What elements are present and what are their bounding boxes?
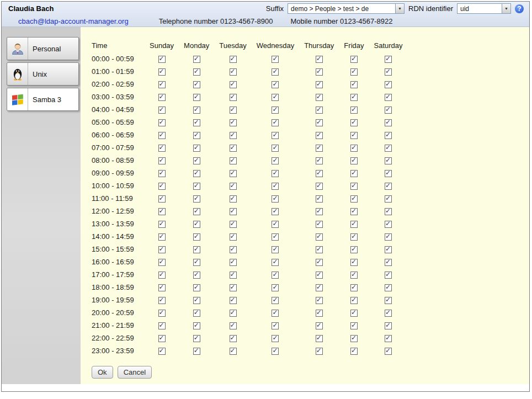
hour-checkbox-saturday[interactable] [385,246,392,253]
hour-checkbox-tuesday[interactable] [230,335,237,342]
hour-checkbox-saturday[interactable] [385,195,392,203]
hour-checkbox-monday[interactable] [193,56,200,63]
hour-checkbox-sunday[interactable] [158,284,166,291]
hour-checkbox-thursday[interactable] [316,119,323,126]
hour-checkbox-tuesday[interactable] [230,259,237,266]
hour-checkbox-sunday[interactable] [158,145,166,152]
hour-checkbox-tuesday[interactable] [230,107,237,114]
hour-checkbox-monday[interactable] [193,195,200,203]
hour-checkbox-tuesday[interactable] [230,170,237,177]
hour-checkbox-saturday[interactable] [385,221,392,228]
hour-checkbox-monday[interactable] [193,259,200,266]
hour-checkbox-friday[interactable] [350,195,358,203]
hour-checkbox-saturday[interactable] [385,132,392,139]
hour-checkbox-saturday[interactable] [385,94,392,101]
hour-checkbox-monday[interactable] [193,68,200,76]
hour-checkbox-thursday[interactable] [316,68,323,76]
hour-checkbox-sunday[interactable] [158,195,166,203]
hour-checkbox-thursday[interactable] [316,272,323,279]
hour-checkbox-thursday[interactable] [316,297,323,304]
hour-checkbox-tuesday[interactable] [230,348,237,355]
hour-checkbox-sunday[interactable] [158,208,166,215]
tab-samba3[interactable]: Samba 3 [7,88,79,111]
hour-checkbox-wednesday[interactable] [272,246,279,253]
hour-checkbox-tuesday[interactable] [230,322,237,329]
hour-checkbox-tuesday[interactable] [230,233,237,241]
hour-checkbox-sunday[interactable] [158,348,166,355]
hour-checkbox-friday[interactable] [350,348,358,355]
hour-checkbox-tuesday[interactable] [230,81,237,88]
hour-checkbox-thursday[interactable] [316,233,323,241]
hour-checkbox-friday[interactable] [350,157,358,164]
hour-checkbox-friday[interactable] [350,297,358,304]
hour-checkbox-sunday[interactable] [158,68,166,76]
hour-checkbox-sunday[interactable] [158,259,166,266]
hour-checkbox-wednesday[interactable] [272,221,279,228]
cancel-button[interactable]: Cancel [118,366,152,379]
hour-checkbox-tuesday[interactable] [230,157,237,164]
hour-checkbox-sunday[interactable] [158,107,166,114]
hour-checkbox-saturday[interactable] [385,81,392,88]
hour-checkbox-saturday[interactable] [385,310,392,317]
hour-checkbox-tuesday[interactable] [230,310,237,317]
hour-checkbox-friday[interactable] [350,81,358,88]
hour-checkbox-friday[interactable] [350,233,358,241]
hour-checkbox-thursday[interactable] [316,310,323,317]
hour-checkbox-thursday[interactable] [316,335,323,342]
hour-checkbox-thursday[interactable] [316,170,323,177]
hour-checkbox-tuesday[interactable] [230,195,237,203]
hour-checkbox-monday[interactable] [193,119,200,126]
hour-checkbox-friday[interactable] [350,322,358,329]
hour-checkbox-sunday[interactable] [158,221,166,228]
hour-checkbox-tuesday[interactable] [230,56,237,63]
hour-checkbox-monday[interactable] [193,107,200,114]
tab-personal[interactable]: Personal [7,37,79,60]
hour-checkbox-sunday[interactable] [158,132,166,139]
hour-checkbox-saturday[interactable] [385,297,392,304]
hour-checkbox-wednesday[interactable] [272,322,279,329]
hour-checkbox-sunday[interactable] [158,183,166,190]
hour-checkbox-monday[interactable] [193,221,200,228]
hour-checkbox-thursday[interactable] [316,132,323,139]
hour-checkbox-thursday[interactable] [316,208,323,215]
hour-checkbox-tuesday[interactable] [230,94,237,101]
suffix-select[interactable]: demo > People > test > de [288,3,405,14]
hour-checkbox-thursday[interactable] [316,348,323,355]
hour-checkbox-sunday[interactable] [158,272,166,279]
hour-checkbox-wednesday[interactable] [272,195,279,203]
hour-checkbox-saturday[interactable] [385,322,392,329]
hour-checkbox-tuesday[interactable] [230,119,237,126]
hour-checkbox-saturday[interactable] [385,68,392,76]
hour-checkbox-monday[interactable] [193,246,200,253]
hour-checkbox-friday[interactable] [350,107,358,114]
hour-checkbox-tuesday[interactable] [230,272,237,279]
hour-checkbox-thursday[interactable] [316,259,323,266]
hour-checkbox-saturday[interactable] [385,233,392,241]
hour-checkbox-thursday[interactable] [316,183,323,190]
hour-checkbox-saturday[interactable] [385,119,392,126]
hour-checkbox-friday[interactable] [350,310,358,317]
hour-checkbox-monday[interactable] [193,170,200,177]
hour-checkbox-tuesday[interactable] [230,221,237,228]
hour-checkbox-friday[interactable] [350,335,358,342]
hour-checkbox-friday[interactable] [350,221,358,228]
hour-checkbox-thursday[interactable] [316,107,323,114]
hour-checkbox-wednesday[interactable] [272,132,279,139]
hour-checkbox-tuesday[interactable] [230,145,237,152]
hour-checkbox-monday[interactable] [193,297,200,304]
hour-checkbox-sunday[interactable] [158,310,166,317]
hour-checkbox-thursday[interactable] [316,56,323,63]
hour-checkbox-thursday[interactable] [316,195,323,203]
hour-checkbox-thursday[interactable] [316,221,323,228]
hour-checkbox-sunday[interactable] [158,297,166,304]
hour-checkbox-wednesday[interactable] [272,310,279,317]
hour-checkbox-friday[interactable] [350,246,358,253]
hour-checkbox-sunday[interactable] [158,119,166,126]
hour-checkbox-tuesday[interactable] [230,68,237,76]
hour-checkbox-monday[interactable] [193,348,200,355]
hour-checkbox-thursday[interactable] [316,94,323,101]
hour-checkbox-wednesday[interactable] [272,119,279,126]
hour-checkbox-tuesday[interactable] [230,132,237,139]
hour-checkbox-monday[interactable] [193,284,200,291]
chevron-down-icon[interactable] [502,4,510,13]
